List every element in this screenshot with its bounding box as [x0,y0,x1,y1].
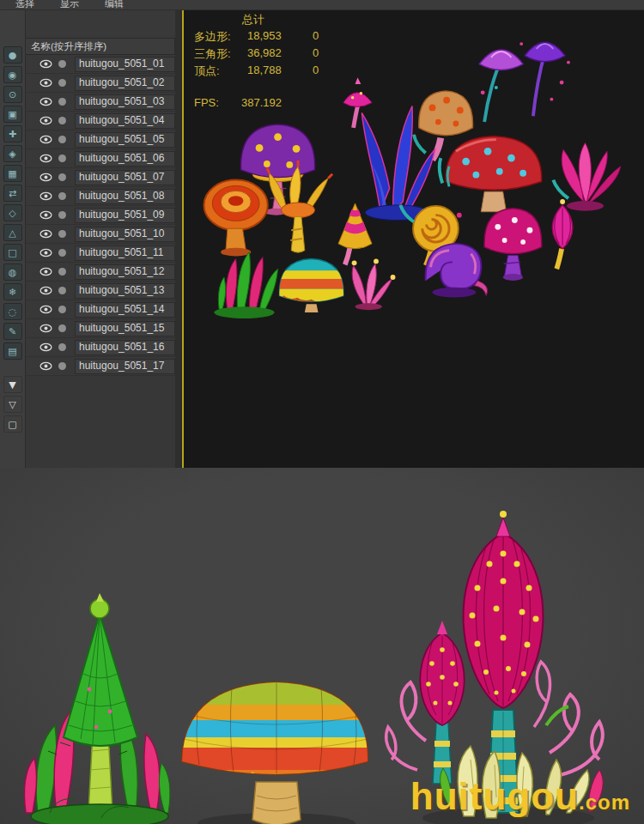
stats-label: 多边形: [194,29,247,46]
model-violet-mushroom-cluster[interactable] [479,42,570,122]
model-small-pink-flower[interactable] [352,258,396,310]
visibility-eye-icon[interactable] [39,191,52,201]
render-toggle-icon[interactable] [58,230,66,238]
scene-object-row[interactable]: huitugou_5051_04 [26,112,175,130]
visibility-eye-icon[interactable] [39,305,52,314]
scene-object-label: huitugou_5051_14 [75,302,175,318]
scene-object-row[interactable]: huitugou_5051_12 [26,263,175,282]
render-toggle-icon[interactable] [58,362,66,370]
visibility-eye-icon[interactable] [39,267,52,276]
display-bones-icon[interactable]: △ [3,224,22,241]
display-xrefs-icon[interactable]: ⇄ [3,185,22,202]
scene-object-row[interactable]: huitugou_5051_06 [26,149,175,168]
scene-object-row[interactable]: huitugou_5051_07 [26,168,175,187]
model-orange-rose-mushroom[interactable] [204,180,268,257]
render-toggle-icon[interactable] [58,268,66,276]
model-magenta-dotted-mushroom[interactable] [484,209,542,281]
scene-object-row[interactable]: huitugou_5051_13 [26,282,175,300]
menu-item[interactable]: 显示 [60,0,79,9]
visibility-eye-icon[interactable] [39,229,52,239]
fps-value: 387.192 [241,96,282,109]
display-cameras-icon[interactable]: ▣ [3,106,22,123]
scene-object-row[interactable]: huitugou_5051_01 [26,55,175,74]
display-groups-icon[interactable]: ▦ [3,165,22,182]
scene-object-row[interactable]: huitugou_5051_15 [26,319,175,338]
explorer-toolbar: ●◉⊙▣✚◈▦⇄◇△□◍❄◌✎▤▼▽▢ [0,10,26,468]
filter-selected-icon[interactable]: ▼ [3,376,22,393]
display-containers-icon[interactable]: □ [3,244,22,261]
display-lights-icon[interactable]: ⊙ [3,86,22,103]
visibility-eye-icon[interactable] [39,173,52,182]
render-toggle-icon[interactable] [58,117,66,124]
scene-object-label: huitugou_5051_08 [75,189,175,204]
select-object-icon[interactable]: ● [3,46,22,64]
stats-value: 36,982 [247,46,313,64]
render-toggle-icon[interactable] [58,192,66,200]
visibility-eye-icon[interactable] [39,97,52,106]
explorer-body: ●◉⊙▣✚◈▦⇄◇△□◍❄◌✎▤▼▽▢ 名称(按升序排序) huitugou_5… [0,10,644,468]
scene-object-row[interactable]: huitugou_5051_17 [26,357,175,376]
render-toggle-icon[interactable] [58,154,66,162]
model-purple-swirl-shell[interactable] [426,244,488,298]
scene-object-row[interactable]: huitugou_5051_08 [26,187,175,206]
freeze-toggle-icon[interactable]: ❄ [3,283,22,300]
menu-item[interactable]: 编辑 [105,0,124,9]
model-pink-bud-mushroom[interactable] [552,199,572,269]
scene-object-label: huitugou_5051_01 [75,57,175,72]
render-toggle-icon[interactable] [58,343,66,351]
render-toggle-icon[interactable] [58,60,66,68]
model-spiky-plant[interactable] [214,252,277,318]
display-spacewarps-icon[interactable]: ◈ [3,145,22,162]
viewport-statistics: 总计 多边形: 18,953 0 三角形: 36,98 [194,12,319,109]
visibility-eye-icon[interactable] [39,210,52,220]
scene-object-row[interactable]: huitugou_5051_09 [26,206,175,225]
lock-selection-icon[interactable]: ▤ [3,342,22,360]
visibility-eye-icon[interactable] [39,324,52,333]
render-preview: huitugou.com [0,468,644,824]
scene-object-row[interactable]: huitugou_5051_03 [26,93,175,112]
render-toggle-icon[interactable] [58,136,66,143]
display-helpers-icon[interactable]: ✚ [3,125,22,142]
display-shapes-icon[interactable]: ◇ [3,204,22,221]
model-red-dotted-mushroom[interactable] [440,136,542,212]
scene-object-row[interactable]: huitugou_5051_02 [26,74,175,93]
scene-object-label: huitugou_5051_04 [75,113,175,129]
render-toggle-icon[interactable] [58,79,66,87]
model-pink-mushroom-small[interactable] [343,77,372,128]
display-geometry-icon[interactable]: ◉ [3,66,22,83]
name-column-header[interactable]: 名称(按升序排序) [26,38,175,55]
viewport[interactable]: 总计 多边形: 18,953 0 三角形: 36,98 [184,10,644,468]
scene-object-row[interactable]: huitugou_5051_11 [26,244,175,263]
stats-total-label: 总计 [242,12,319,29]
render-toggle-icon[interactable] [58,98,66,106]
stats-extra: 0 [313,46,319,64]
render-toggle-icon[interactable] [58,173,66,181]
hide-toggle-icon[interactable]: ◌ [3,303,22,320]
model-rainbow-dome-mushroom[interactable] [276,258,349,312]
visibility-eye-icon[interactable] [39,248,52,258]
new-selection-set-icon[interactable]: ▢ [3,415,22,433]
render-toggle-icon[interactable] [58,287,66,294]
visibility-eye-icon[interactable] [39,154,52,163]
visibility-eye-icon[interactable] [39,342,52,352]
render-toggle-icon[interactable] [58,211,66,219]
scene-object-row[interactable]: huitugou_5051_10 [26,225,175,244]
scene-object-row[interactable]: huitugou_5051_16 [26,338,175,357]
edit-name-icon[interactable]: ✎ [3,323,22,340]
render-toggle-icon[interactable] [58,324,66,332]
scene-object-row[interactable]: huitugou_5051_14 [26,300,175,319]
filter-combinations-icon[interactable]: ▽ [3,396,22,413]
visibility-eye-icon[interactable] [39,361,52,371]
menu-item[interactable]: 选择 [15,0,34,9]
visibility-eye-icon[interactable] [39,59,52,69]
scene-object-label: huitugou_5051_17 [75,359,175,374]
scene-object-row[interactable]: huitugou_5051_05 [26,130,175,149]
scene-object-label: huitugou_5051_02 [75,76,175,91]
render-toggle-icon[interactable] [58,249,66,257]
render-toggle-icon[interactable] [58,306,66,313]
display-materials-icon[interactable]: ◍ [3,264,22,281]
visibility-eye-icon[interactable] [39,135,52,144]
visibility-eye-icon[interactable] [39,78,52,88]
visibility-eye-icon[interactable] [39,116,52,125]
visibility-eye-icon[interactable] [39,286,52,295]
